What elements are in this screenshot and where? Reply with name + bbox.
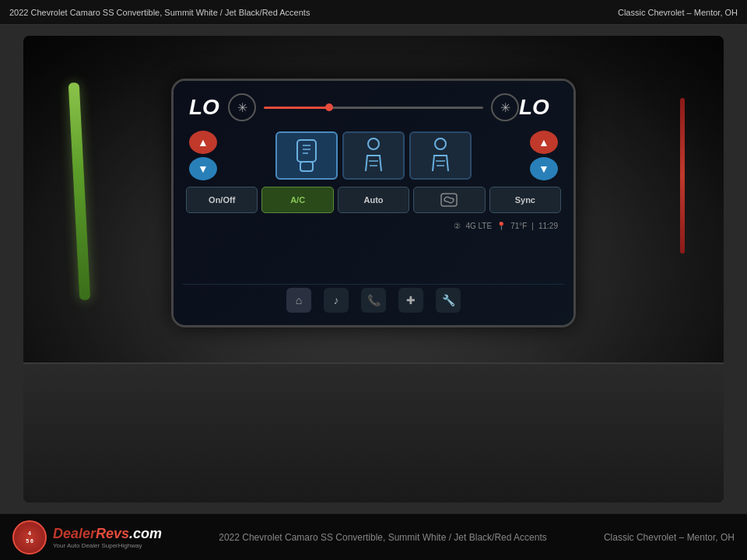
on-off-button[interactable]: On/Off <box>186 187 258 213</box>
left-temp-arrows: ▲ ▼ <box>189 131 217 180</box>
app-shortcuts-row: ⌂ ♪ 📞 ✚ 🔧 <box>183 284 564 316</box>
network-type: 4G LTE <box>465 222 492 230</box>
left-temp-down-button[interactable]: ▼ <box>189 157 217 180</box>
fan-left-icon[interactable]: ✳ <box>228 93 256 121</box>
network-badge: ② <box>454 222 461 230</box>
logo-tagline: Your Auto Dealer SuperHighway <box>53 542 162 549</box>
home-app-icon[interactable]: ⌂ <box>286 288 311 313</box>
red-accent-trim <box>680 98 685 254</box>
header-bar: 2022 Chevrolet Camaro SS Convertible, Su… <box>0 0 747 25</box>
phone-app-icon[interactable]: 📞 <box>361 288 386 313</box>
right-temp-up-button[interactable]: ▲ <box>530 131 558 154</box>
seat-heat-right-button[interactable] <box>409 131 472 180</box>
right-temp-arrows: ▲ ▼ <box>530 131 558 180</box>
seat-heat-middle-button[interactable] <box>342 131 405 180</box>
dealer-logo-badge: 45 6 <box>12 520 47 555</box>
seat-heat-buttons <box>217 131 530 180</box>
hvac-top-row: LO ✳ ✳ LO <box>183 90 564 124</box>
onstar-app-icon[interactable]: 🔧 <box>436 288 461 313</box>
car-interior: LO ✳ ✳ LO ▲ ▼ <box>23 36 724 502</box>
dashboard-panel <box>23 362 724 502</box>
footer-logo: 45 6 DealerRevs.com Your Auto Dealer Sup… <box>12 520 162 555</box>
footer-caption-right: Classic Chevrolet – Mentor, OH <box>604 532 735 543</box>
temperature-status: 71°F <box>510 222 527 230</box>
svg-point-8 <box>435 138 446 149</box>
nav-app-icon[interactable]: ✚ <box>398 288 423 313</box>
location-icon: 📍 <box>496 222 506 230</box>
footer-bar: 45 6 DealerRevs.com Your Auto Dealer Sup… <box>0 513 747 560</box>
photo-area: LO ✳ ✳ LO ▲ ▼ <box>0 25 747 513</box>
hvac-bottom-row: On/Off A/C Auto Sync <box>183 187 564 213</box>
logo-text-group: DealerRevs.com Your Auto Dealer SuperHig… <box>53 526 162 549</box>
music-app-icon[interactable]: ♪ <box>324 288 349 313</box>
fan-speed-slider[interactable] <box>264 107 483 109</box>
fan-right-icon[interactable]: ✳ <box>491 93 519 121</box>
right-temp-down-button[interactable]: ▼ <box>530 157 558 180</box>
header-dealer-right: Classic Chevrolet – Mentor, OH <box>618 8 738 17</box>
left-temp-up-button[interactable]: ▲ <box>189 131 217 154</box>
header-title-left: 2022 Chevrolet Camaro SS Convertible, Su… <box>9 8 310 17</box>
svg-rect-11 <box>441 194 457 206</box>
svg-point-5 <box>368 138 379 149</box>
svg-rect-0 <box>297 140 316 162</box>
hvac-area: LO ✳ ✳ LO ▲ ▼ <box>183 90 564 284</box>
separator: | <box>531 222 534 230</box>
recirc-button[interactable] <box>413 187 485 213</box>
green-trim-accent <box>68 82 91 300</box>
svg-rect-1 <box>300 162 313 171</box>
sync-button[interactable]: Sync <box>489 187 561 213</box>
temp-left-display: LO <box>189 95 228 120</box>
auto-button[interactable]: Auto <box>338 187 409 213</box>
screen-content: LO ✳ ✳ LO ▲ ▼ <box>174 81 573 325</box>
logo-main-text: DealerRevs.com <box>53 526 162 542</box>
ac-button[interactable]: A/C <box>261 187 333 213</box>
temp-right-display: LO <box>519 95 558 120</box>
screen-status-bar: ② 4G LTE 📍 71°F | 11:29 <box>183 219 564 233</box>
time-status: 11:29 <box>538 222 558 230</box>
seat-heat-left-button[interactable] <box>275 131 338 180</box>
hvac-middle-row: ▲ ▼ <box>183 131 564 180</box>
footer-caption-left: 2022 Chevrolet Camaro SS Convertible, Su… <box>219 532 547 543</box>
infotainment-screen: LO ✳ ✳ LO ▲ ▼ <box>171 79 576 327</box>
logo-badge-numbers: 45 6 <box>26 530 33 544</box>
